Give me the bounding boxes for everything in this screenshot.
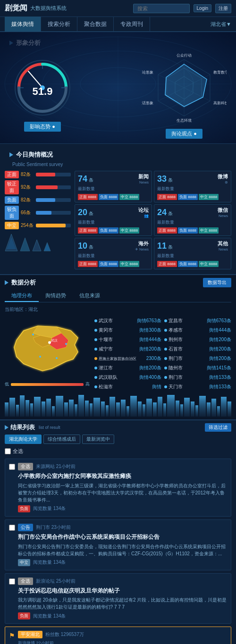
header-right: Login 注册	[133, 4, 231, 13]
region-item-jingmen: 荆门市 舆情200条	[164, 354, 231, 363]
news-type-4: 微信	[218, 207, 228, 214]
region-item-jingzhou: 荆州市 舆情200条	[164, 335, 231, 344]
select-all-label: 全选	[13, 448, 23, 455]
city-skyline	[5, 393, 231, 417]
map-and-list: 武汉 低 高 武汉市 舆情6763条 宜昌市 舆情6763条	[5, 317, 231, 391]
article-1-stats: 阅览数量 134条	[33, 505, 66, 512]
sentiment-content: 正面 82条 较正面 92条 负面 82条 较负面 66条 中立 254	[5, 171, 231, 269]
nav-item-search[interactable]: 搜索分析	[41, 17, 77, 32]
region-name: 荆州市	[169, 336, 208, 343]
article-checkbox-1[interactable]	[9, 464, 15, 470]
export-button[interactable]: 数据导出	[203, 278, 231, 287]
news-grid: 74 条 新闻 News 最新数量 正面 8888 负面 8888 中立 888…	[75, 171, 231, 269]
svg-rect-72	[176, 401, 179, 417]
search-input[interactable]	[133, 4, 190, 13]
select-all-area: 全选	[5, 448, 231, 455]
nav-location[interactable]: 湖北省▼	[211, 21, 231, 28]
article-3-sentiment: 负面	[18, 612, 30, 619]
svg-rect-44	[25, 400, 29, 417]
map-container: 武汉 低 高	[5, 317, 90, 391]
news-count-6: 11	[157, 241, 167, 251]
svg-rect-80	[217, 406, 220, 417]
triangle-icon-1	[5, 233, 18, 252]
region-count: 舆情200条	[209, 355, 231, 362]
region-item-huanggang: 黄冈市 舆情300条	[94, 326, 161, 335]
results-subtitle: list of result	[39, 425, 60, 430]
analysis-content: 51.9 影响态势 ● 公众行动	[5, 50, 231, 139]
gauge-button[interactable]: 影响态势 ●	[24, 122, 61, 132]
sentiment-triangle-icon	[9, 152, 13, 157]
svg-rect-45	[30, 403, 33, 417]
article-2-title: 荆门市公安局合作作战中心云系统采购项目公开招标公告	[18, 533, 227, 541]
data-analysis-section: 数据分析 数据导出 地理分布 舆情趋势 信息来源 当前地区：湖北	[0, 274, 236, 419]
news-tag-1-2: 负面 8888	[99, 194, 118, 200]
article-1-title: 小学教师办公室内施打女同事致其应激性瘫痪	[18, 472, 227, 480]
triangle-icon-4	[43, 242, 51, 252]
svg-rect-48	[46, 399, 51, 417]
svg-point-39	[56, 357, 58, 359]
region-count: 2300条	[146, 355, 161, 362]
svg-rect-66	[143, 404, 145, 417]
region-item-songzi: 松滋市 舆情	[94, 383, 161, 391]
region-count: 舆情6763条	[137, 318, 161, 324]
nav-item-media[interactable]: 媒体舆情	[5, 17, 41, 32]
svg-point-37	[32, 334, 34, 335]
article-item-4: ⚑ 平安湖北 粉丝数 1296537万 新浪微博 22小时前 从交警微博下【武汉…	[5, 627, 231, 644]
data-triangle-icon	[5, 280, 8, 285]
region-item-suizhou: 随州市 舆情1415条	[164, 364, 231, 372]
news-tag-4-3: 中立 8888	[199, 227, 219, 234]
logo-subtitle: 大数据舆情系统	[30, 5, 67, 12]
svg-text:生态环境: 生态环境	[177, 118, 192, 123]
region-name: 松滋市	[99, 384, 151, 390]
news-desc-5: 最新数量	[78, 253, 149, 259]
article-item-2: 公告 荆门市 23小时前 荆门市公安局合作作战中心云系统采购项目公开招标公告 荆…	[5, 519, 231, 570]
news-tag-6-1: 正面 8888	[157, 261, 177, 267]
news-tag-4-1: 正面 8888	[157, 227, 177, 234]
login-button[interactable]: Login	[194, 4, 211, 12]
region-label: 当前地区：湖北	[5, 306, 231, 313]
article-4-type-badge: 平安湖北	[18, 631, 42, 638]
article-checkbox-2[interactable]	[9, 525, 15, 531]
sentiment-bars: 正面 82条 较正面 92条 负面 82条 较负面 66条 中立 254	[5, 171, 71, 269]
region-count: 舆情444条	[139, 336, 161, 343]
svg-rect-70	[163, 403, 166, 417]
news-tag-5-3: 中立 8888	[119, 261, 139, 267]
bar-label-negative: 负面	[5, 196, 19, 204]
filter-emotion[interactable]: 综合情感成后	[43, 435, 80, 444]
filter-button[interactable]: 筛选过滤	[205, 423, 231, 432]
article-checkbox-3[interactable]	[9, 578, 15, 585]
news-desc-3: 最新数量	[78, 219, 149, 226]
news-desc-4: 最新数量	[157, 219, 228, 226]
svg-rect-55	[85, 401, 89, 417]
nav-item-aggregate[interactable]: 聚合数据	[77, 17, 114, 32]
filter-latest[interactable]: 最新浏览中	[82, 435, 114, 444]
data-section-label: 数据分析	[11, 278, 36, 287]
news-count-2: 33	[157, 174, 167, 184]
sub-tab-trend[interactable]: 舆情趋势	[39, 290, 73, 302]
radar-button[interactable]: 舆论观点 ●	[166, 129, 202, 139]
main-nav: 媒体舆情 搜索分析 聚合数据 专政周刊 湖北省▼	[0, 17, 236, 32]
region-item-xianning: 咸宁市 舆情200条	[94, 345, 161, 353]
register-button[interactable]: 注册	[215, 4, 231, 13]
article-3-title: 关于投诉忍忍电信赵庆明及旦华弟的帖子	[18, 587, 227, 595]
article-3-footer: 负面 阅览数量 134条	[18, 612, 227, 619]
sub-tab-source[interactable]: 信息来源	[73, 290, 107, 302]
svg-rect-64	[130, 396, 137, 417]
bar-value-cautious: 92条	[21, 184, 34, 191]
select-all-checkbox[interactable]	[5, 448, 11, 454]
news-tag-5-2: 负面 8888	[99, 261, 118, 267]
region-dot	[94, 357, 97, 360]
filter-hubei-opinion[interactable]: 湖北舆论大学	[5, 435, 42, 444]
map-legend: 低 高	[5, 381, 90, 387]
svg-text:舆论形象: 舆论形象	[142, 70, 153, 75]
region-count: 舆情200条	[139, 365, 161, 371]
nav-item-weekly[interactable]: 专政周刊	[114, 17, 150, 32]
filter-bar: 湖北舆论大学 综合情感成后 最新浏览中	[5, 435, 231, 444]
region-name: 咸宁市	[99, 346, 138, 352]
article-3-type-badge: 全选	[18, 577, 33, 585]
legend-bar	[11, 383, 84, 386]
article-2-footer: 中立 阅览数量 134条	[18, 559, 227, 566]
sub-tab-geo[interactable]: 地理分布	[5, 290, 39, 302]
article-2-sentiment: 中立	[18, 559, 30, 566]
svg-rect-40	[5, 402, 8, 417]
